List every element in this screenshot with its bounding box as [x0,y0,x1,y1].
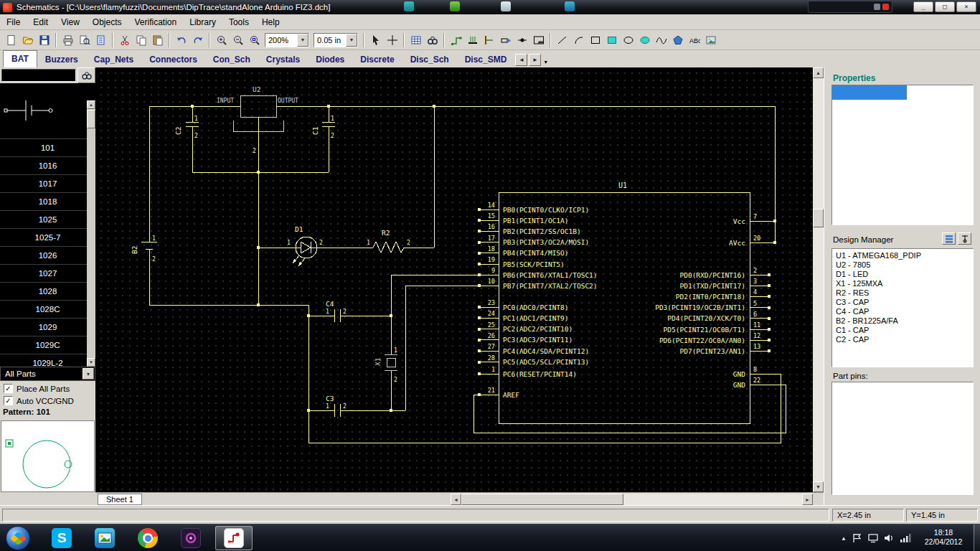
part-list-item[interactable]: 1029L-2 [0,354,95,367]
zoom-out-button[interactable] [230,32,246,48]
menu-item[interactable]: Objects [86,15,128,29]
tab-overflow-icon[interactable]: ▼ [543,60,548,65]
taskbar-item-photo-viewer[interactable] [86,526,123,550]
tab-scroll-right-button[interactable]: ► [529,54,541,66]
design-manager-item[interactable]: C1 - CAP [832,326,973,335]
menu-item[interactable]: File [0,15,27,29]
parts-list-scrollbar[interactable]: ▲ ▼ [87,100,95,367]
library-tab[interactable]: Buzzers [37,52,86,67]
show-desktop-button[interactable] [974,524,980,551]
scroll-down-icon[interactable]: ▼ [813,481,824,492]
scroll-up-icon[interactable]: ▲ [813,67,824,78]
library-tab[interactable]: Cap_Nets [86,52,141,67]
part-list-item[interactable]: 1029C [0,336,95,354]
zoom-in-button[interactable] [213,32,230,48]
part-list-item[interactable]: 1029 [0,319,95,336]
zoom-select[interactable]: 200%▼ [265,33,309,47]
bus-connector-button[interactable] [481,32,497,48]
speaker-icon[interactable] [884,533,895,543]
part-list-item[interactable]: 1028C [0,301,95,319]
canvas-hscrollbar[interactable]: ◄ ► [451,494,813,505]
zoom-window-button[interactable] [246,32,263,48]
auto-vcc-option[interactable]: ✓ Auto VCC/GND [4,396,74,405]
taskbar-item-skype[interactable]: S [43,526,80,550]
print-button[interactable] [60,32,76,48]
design-manager-item[interactable]: C2 - CAP [832,335,973,344]
draw-line-button[interactable] [554,32,570,48]
part-list-item[interactable]: 1016 [0,157,95,175]
undo-button[interactable] [173,32,189,48]
design-manager-item[interactable]: D1 - LED [832,270,973,279]
sheet-tab[interactable]: Sheet 1 [98,494,142,505]
place-all-parts-checkbox[interactable]: ✓ [4,384,13,393]
canvas-vscrollbar[interactable]: ▲ ▼ [813,67,824,492]
menu-item[interactable]: Verification [128,15,184,29]
part-list-item[interactable]: 1028 [0,283,95,301]
start-button[interactable] [6,526,30,550]
zoom-dropdown-arrow[interactable]: ▼ [297,34,308,47]
draw-rect-button[interactable] [587,32,603,48]
library-tab[interactable]: Connectors [141,52,205,67]
network-icon[interactable] [900,533,911,543]
scroll-left-icon[interactable]: ◄ [451,494,461,505]
copy-button[interactable] [133,32,149,48]
scroll-up-icon[interactable]: ▲ [87,100,95,109]
schematic-drawing[interactable]: INPUTOUTPUTU22C212C112B212D112R212C412C3… [95,67,813,492]
library-tab[interactable]: BAT [3,50,37,67]
draw-ellipse-button[interactable] [620,32,636,48]
tray-expand-icon[interactable]: ▲ [841,535,847,542]
print-preview-button[interactable] [76,32,93,48]
paste-button[interactable] [149,32,166,48]
part-list-item[interactable]: 1017 [0,175,95,193]
new-button[interactable] [3,32,19,48]
maximize-button[interactable]: □ [935,1,955,12]
search-input[interactable] [1,69,76,82]
titleblock-button[interactable] [530,32,547,48]
design-manager-item[interactable]: U2 - 7805 [832,260,973,270]
draw-filled-ellipse-button[interactable] [636,32,653,48]
library-tab[interactable]: Crystals [258,52,308,67]
draw-polygon-button[interactable] [669,32,686,48]
parts-filter-select[interactable]: All Parts ▼ [0,367,95,381]
draw-polyline-button[interactable] [653,32,669,48]
design-manager-item[interactable]: C4 - CAP [832,307,973,316]
taskbar-item-diptrace[interactable] [215,526,253,550]
print-setup-button[interactable] [93,32,109,48]
search-button[interactable] [77,67,95,83]
taskbar-item-chrome[interactable] [129,526,166,550]
scrollbar-thumb[interactable] [461,494,623,505]
scroll-right-icon[interactable]: ► [802,494,813,505]
text-tool-button[interactable]: ABc [686,32,702,48]
design-manager-item[interactable]: B2 - BR1225A/FA [832,316,973,326]
cut-button[interactable] [116,32,133,48]
action-center-flag-icon[interactable] [852,533,862,543]
cursor-mode-button[interactable] [367,32,384,48]
scrollbar-thumb[interactable] [87,110,95,128]
close-button[interactable]: × [956,1,976,12]
part-list-item[interactable]: 1026 [0,247,95,265]
design-manager-list-view-button[interactable] [942,232,956,245]
library-tab[interactable]: Con_Sch [205,52,258,67]
scroll-down-icon[interactable]: ▼ [87,358,95,367]
library-tab[interactable]: Disc_Sch [402,52,457,67]
taskbar-item-media-app[interactable] [172,526,209,550]
minimize-button[interactable]: _ [913,1,933,12]
menu-item[interactable]: View [55,15,86,29]
net-port-button[interactable] [497,32,514,48]
place-net-button[interactable] [448,32,464,48]
part-pins-panel[interactable] [831,382,974,495]
draw-arc-button[interactable] [570,32,587,48]
component-table-button[interactable] [407,32,424,48]
part-list-item[interactable]: 1027 [0,265,95,283]
grid-dropdown-arrow[interactable]: ▼ [346,34,357,47]
open-button[interactable] [19,32,36,48]
design-manager-pin-button[interactable] [958,232,971,245]
part-list-item[interactable]: 1018 [0,193,95,211]
design-manager-item[interactable]: X1 - 125MXA [832,279,973,288]
schematic-canvas[interactable]: INPUTOUTPUTU22C212C112B212D112R212C412C3… [95,67,813,492]
part-list-item[interactable]: 1025 [0,211,95,229]
filter-dropdown-arrow[interactable]: ▼ [83,368,94,380]
tab-scroll-left-button[interactable]: ◄ [515,54,527,66]
part-list-item[interactable]: 1025-7 [0,229,95,247]
draw-filled-rect-button[interactable] [603,32,620,48]
